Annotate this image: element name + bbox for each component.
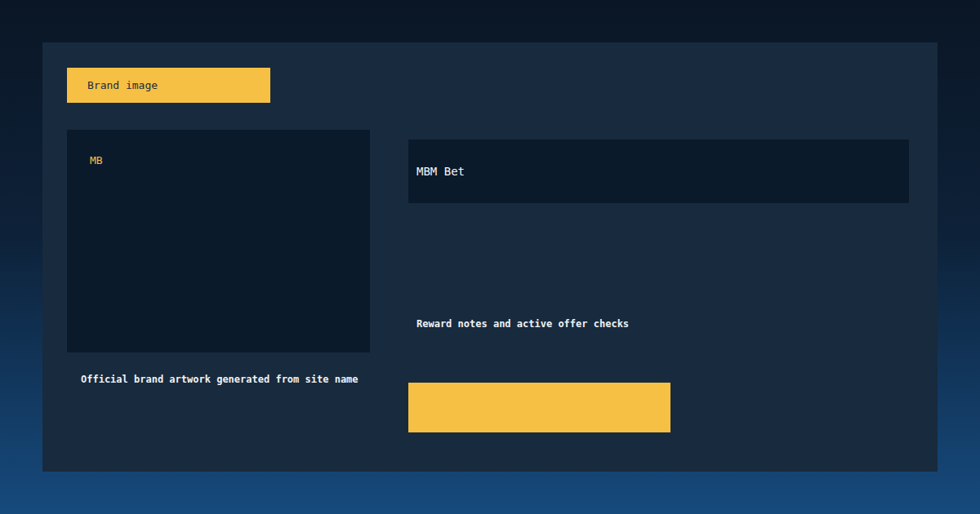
brand-monogram: MB xyxy=(90,154,103,166)
site-name-box: MBM Bet xyxy=(408,140,909,203)
brand-artwork-box: MB xyxy=(67,130,370,352)
brand-image-badge-label: Brand image xyxy=(87,79,158,91)
cta-bar[interactable] xyxy=(408,383,670,432)
brand-card: Brand image MB Official brand artwork ge… xyxy=(42,42,938,472)
site-name-label: MBM Bet xyxy=(416,165,465,178)
artwork-caption: Official brand artwork generated from si… xyxy=(81,374,359,385)
brand-image-badge: Brand image xyxy=(67,68,270,103)
reward-notes-text: Reward notes and active offer checks xyxy=(416,318,629,330)
